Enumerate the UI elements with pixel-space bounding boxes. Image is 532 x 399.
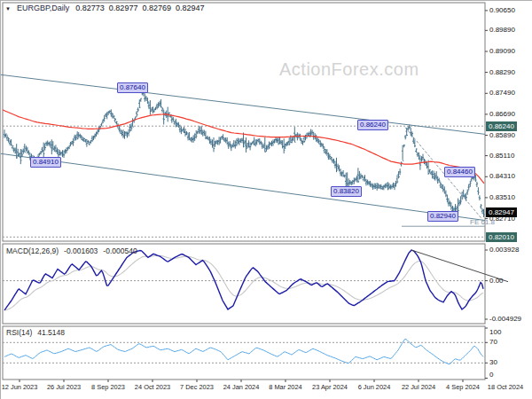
rsi-axis-tick: 100 [489,328,501,336]
price-annotation[interactable]: 0.87640 [117,82,148,93]
macd-axis-tick: 0.00 [489,277,504,285]
low-value: 0.82769 [142,4,171,12]
price-axis-tick: 0.87490 [489,89,515,97]
rsi-name: RSI(14) [6,328,32,337]
date-axis-label: 7 Dec 2023 [172,383,222,391]
macd-axis-tick: -0.004929 [489,315,521,323]
macd-axis-tick: 0.003928 [489,246,519,254]
price-axis-tick: 0.89090 [489,47,515,55]
date-axis-label: 23 Apr 2024 [305,383,355,391]
price-axis-highlight: 0.82010 [486,232,517,242]
price-axis-tick: 0.84310 [489,172,515,180]
fib-extension-label[interactable]: FE 61.8 [470,218,495,226]
date-axis-label: 22 Jul 2024 [394,383,443,391]
date-axis-label: 26 Jul 2023 [39,383,89,391]
rsi-indicator-label: RSI(14) 41.5148 [6,328,65,337]
date-axis-label: 24 Jan 2024 [216,383,266,391]
price-annotation[interactable]: 0.82940 [427,211,458,222]
chart-canvas[interactable] [1,1,532,399]
high-value: 0.82977 [109,4,138,12]
price-annotation[interactable]: 0.86240 [357,120,388,130]
trading-chart-window: ▼ EURGBP,Daily 0.82773 0.82977 0.82769 0… [0,0,532,399]
ohlc-values: 0.82773 0.82977 0.82769 0.82947 [75,4,204,12]
macd-value-signal: -0.000540 [103,246,137,255]
date-axis-label: 8 Sep 2023 [83,383,133,391]
price-axis-tick: 0.90650 [489,6,515,14]
price-axis-tick: 0.85110 [489,152,514,160]
rsi-value: 41.5148 [37,328,65,337]
price-annotation[interactable]: 0.83820 [331,186,362,197]
collapse-icon[interactable]: ▼ [5,5,11,12]
close-value: 0.82947 [176,4,205,12]
date-axis-label: 6 Jun 2024 [349,383,399,391]
rsi-axis-tick: 0 [489,371,493,379]
date-axis-label: 24 Oct 2023 [128,383,177,391]
open-value: 0.82773 [75,4,105,12]
symbol-header: ▼ EURGBP,Daily 0.82773 0.82977 0.82769 0… [5,4,205,12]
macd-value-main: -0.001603 [64,246,98,255]
price-annotation[interactable]: 0.84910 [30,157,61,168]
price-annotation[interactable]: 0.84460 [444,167,475,177]
date-axis-label: 18 Oct 2024 [481,383,530,391]
macd-indicator-label: MACD(12,26,9) -0.001603 -0.000540 [6,246,137,255]
macd-name: MACD(12,26,9) [6,246,59,255]
price-axis-tick: 0.86690 [489,110,515,118]
price-axis-tick: 0.89890 [489,26,515,34]
rsi-axis-tick: 70 [489,338,497,346]
price-axis-highlight: 0.86240 [486,121,517,131]
price-axis-tick: 0.83510 [489,193,515,201]
symbol-label: EURGBP,Daily [17,4,69,12]
price-axis-tick: 0.85890 [489,131,515,139]
price-axis-tick: 0.88290 [489,68,515,76]
date-axis-label: 8 Mar 2024 [261,383,310,391]
price-axis-highlight: 0.82947 [486,207,517,217]
date-axis-label: 12 Jun 2023 [0,383,44,391]
rsi-axis-tick: 30 [489,358,497,366]
